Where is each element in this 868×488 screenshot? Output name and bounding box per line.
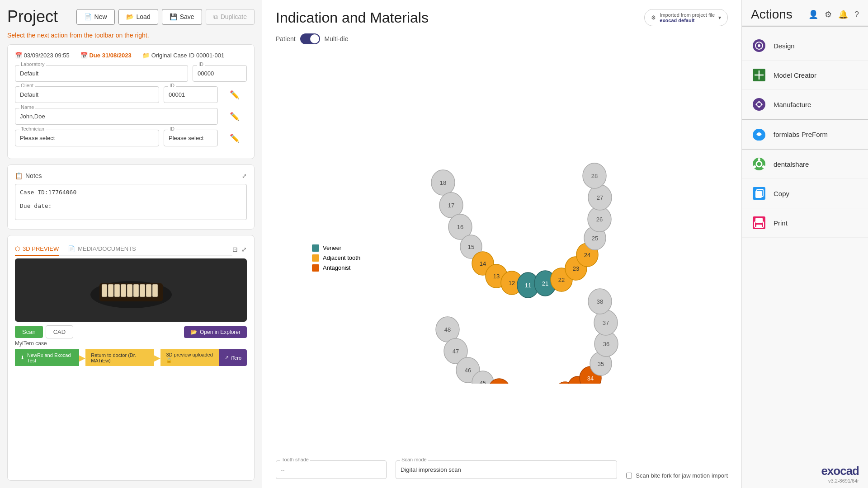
tech-id-select[interactable]: Please select — [164, 130, 218, 146]
svg-text:26: 26 — [596, 216, 603, 223]
tooth-27[interactable]: 27 — [588, 185, 612, 210]
preview-area — [15, 258, 247, 322]
preview-tabs: ⬡ 3D PREVIEW 📄 MEDIA/DOCUMENTS — [15, 243, 232, 256]
tooth-28[interactable]: 28 — [583, 163, 606, 188]
dentalshare-label: dentalshare — [774, 160, 809, 168]
notes-icon: 📋 — [15, 172, 23, 179]
legend-antagonist: Antagonist — [312, 264, 360, 272]
notes-textarea[interactable]: Case ID:17764060 Due date: — [15, 184, 247, 220]
lab-id-group: ID 00000 — [193, 65, 247, 82]
action-formlabs[interactable]: formlabs PreForm — [742, 120, 868, 149]
left-header: Project 📄 New 📂 Load 💾 Save ⧉ Duplicate — [7, 7, 255, 26]
svg-point-82 — [757, 103, 761, 106]
svg-text:46: 46 — [465, 367, 471, 374]
scan-mode-select[interactable]: Digital impression scan — [396, 460, 617, 479]
dentalshare-icon — [751, 156, 767, 172]
client-id-group: ID 00001 — [164, 86, 218, 103]
new-button[interactable]: 📄 New — [76, 9, 115, 25]
cad-button[interactable]: CAD — [46, 325, 73, 338]
right-header: Actions 👤 ⚙ 🔔 ? — [742, 0, 868, 26]
workflow-bar: ⬇ NewRx and Exocad Test Return to doctor… — [15, 349, 247, 366]
svg-rect-5 — [121, 284, 126, 297]
scan-button[interactable]: Scan — [15, 326, 43, 338]
scan-bite-fork-checkbox[interactable] — [626, 473, 632, 479]
svg-point-77 — [758, 44, 760, 47]
help-icon[interactable]: ? — [854, 10, 859, 19]
svg-rect-10 — [152, 284, 158, 297]
notes-title: 📋 Notes — [15, 172, 42, 179]
svg-rect-8 — [140, 284, 145, 297]
action-design[interactable]: Design — [742, 31, 868, 61]
duplicate-icon: ⧉ — [213, 13, 218, 21]
action-copy[interactable]: Copy — [742, 179, 868, 208]
svg-rect-2 — [102, 284, 107, 297]
patient-toggle-row: Patient Multi-die — [276, 33, 728, 44]
client-id-select[interactable]: 00001 — [164, 86, 218, 103]
client-row: Client Default ID 00001 ✏️ — [15, 86, 247, 103]
scan-bite-fork-checkbox-label: Scan bite fork for jaw motion import — [626, 472, 728, 479]
load-button[interactable]: 📂 Load — [118, 9, 158, 25]
lab-id-select[interactable]: 00000 — [193, 65, 247, 82]
client-edit-button[interactable]: ✏️ — [222, 86, 247, 103]
indication-title: Indication and Materials — [276, 9, 429, 26]
save-icon: 💾 — [170, 13, 177, 20]
client-select[interactable]: Default — [15, 86, 159, 103]
center-panel: Indication and Materials ⚙ Imported from… — [262, 0, 741, 488]
svg-text:36: 36 — [603, 341, 609, 347]
svg-rect-3 — [108, 284, 113, 297]
manufacture-label: Manufacture — [774, 101, 811, 108]
settings-icon: ⚙ — [651, 14, 656, 21]
preview-fullscreen-button[interactable]: ⤢ — [241, 246, 247, 253]
tech-edit-button[interactable]: ✏️ — [222, 130, 247, 147]
notes-expand-button[interactable]: ⤢ — [242, 173, 247, 179]
name-edit-button[interactable]: ✏️ — [222, 108, 247, 125]
tab-media-documents[interactable]: 📄 MEDIA/DOCUMENTS — [68, 243, 136, 256]
bell-icon[interactable]: 🔔 — [838, 9, 848, 19]
tooth-38[interactable]: 38 — [588, 289, 612, 314]
tech-id-label: ID — [168, 126, 176, 131]
imported-from-button[interactable]: ⚙ Imported from project file exocad defa… — [644, 9, 728, 26]
duplicate-button[interactable]: ⧉ Duplicate — [206, 9, 255, 25]
laboratory-row: Laboratory Default ID 00000 — [15, 65, 247, 82]
tooth-shade-select[interactable]: -- — [276, 460, 387, 479]
action-manufacture[interactable]: Manufacture — [742, 90, 868, 119]
svg-text:12: 12 — [509, 280, 515, 286]
gear-icon[interactable]: ⚙ — [825, 9, 832, 19]
technician-label: Technician — [19, 126, 46, 131]
tooth-18[interactable]: 18 — [431, 170, 455, 195]
svg-text:18: 18 — [440, 179, 446, 186]
svg-text:14: 14 — [480, 260, 486, 267]
client-group: Client Default — [15, 86, 159, 103]
media-icon: 📄 — [68, 245, 75, 252]
tab-3d-preview[interactable]: ⬡ 3D PREVIEW — [15, 243, 59, 256]
name-label: Name — [19, 104, 35, 110]
technician-select[interactable]: Please select — [15, 130, 159, 146]
action-dentalshare[interactable]: dentalshare — [742, 150, 868, 179]
svg-rect-9 — [146, 284, 151, 297]
technician-row: Technician Please select ID Please selec… — [15, 130, 247, 147]
user-icon[interactable]: 👤 — [808, 9, 818, 19]
legend-veneer: Veneer — [312, 244, 360, 252]
preview-expand-buttons: ⊡ ⤢ — [232, 246, 247, 253]
save-button[interactable]: 💾 Save — [162, 9, 202, 25]
legend-veneer-color — [312, 244, 319, 252]
svg-point-86 — [753, 165, 756, 168]
client-id-label: ID — [168, 83, 176, 88]
action-print[interactable]: Print — [742, 208, 868, 238]
tooth-shade-field: Tooth shade -- — [276, 460, 387, 479]
laboratory-select[interactable]: Default — [15, 65, 188, 82]
exocad-logo: exocad — [751, 464, 859, 478]
action-model-creator[interactable]: Model Creator — [742, 61, 868, 90]
dropdown-icon: ▾ — [718, 14, 721, 21]
patient-multi-die-toggle[interactable] — [300, 33, 320, 44]
svg-text:21: 21 — [542, 280, 548, 287]
print-icon — [751, 215, 767, 231]
notes-header: 📋 Notes ⤢ — [15, 172, 247, 179]
svg-text:37: 37 — [603, 319, 609, 326]
open-explorer-button[interactable]: 📂 Open in Explorer — [184, 326, 247, 338]
case-name-label: MyiTero case — [15, 340, 247, 347]
external-link-icon: ↗ — [225, 355, 229, 361]
name-select[interactable]: John,Doe — [15, 108, 218, 125]
preview-windowed-button[interactable]: ⊡ — [232, 246, 238, 253]
svg-rect-6 — [127, 284, 132, 297]
